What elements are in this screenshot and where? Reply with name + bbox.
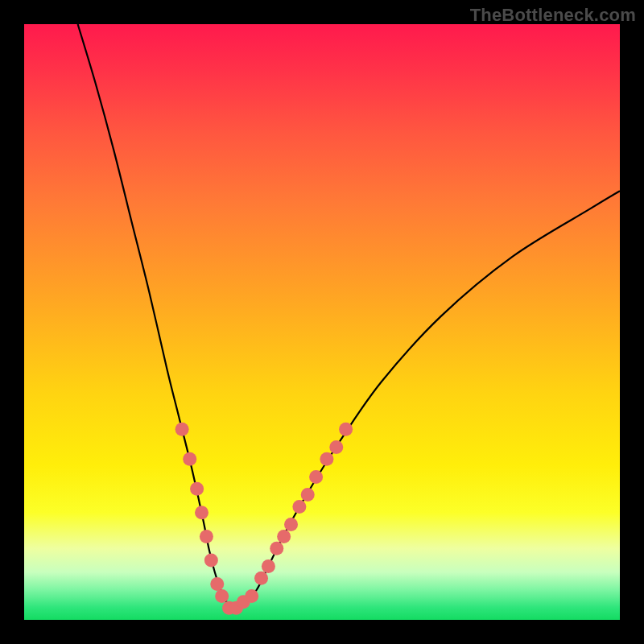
curve-marker [301, 488, 315, 502]
curve-marker [320, 452, 333, 466]
curve-marker [210, 577, 224, 591]
curve-marker [277, 530, 291, 543]
curve-marker [245, 589, 258, 603]
curve-marker [262, 559, 275, 573]
curve-marker [254, 572, 268, 585]
watermark-text: TheBottleneck.com [470, 5, 636, 26]
curve-marker [329, 440, 343, 454]
curve-marker [292, 500, 306, 514]
chart-frame: TheBottleneck.com [0, 0, 644, 644]
curve-marker [270, 542, 283, 555]
curve-marker [175, 423, 189, 436]
curve-marker [183, 452, 196, 466]
curve-marker [215, 589, 229, 603]
curve-marker [284, 518, 298, 531]
curve-marker [195, 506, 208, 519]
bottleneck-curve [78, 24, 620, 609]
curve-markers [175, 423, 353, 615]
curve-marker [190, 482, 204, 496]
curve-marker [339, 423, 353, 436]
curve-marker [309, 470, 323, 484]
curve-marker [204, 554, 218, 568]
chart-svg [24, 24, 620, 620]
curve-marker [200, 530, 213, 543]
